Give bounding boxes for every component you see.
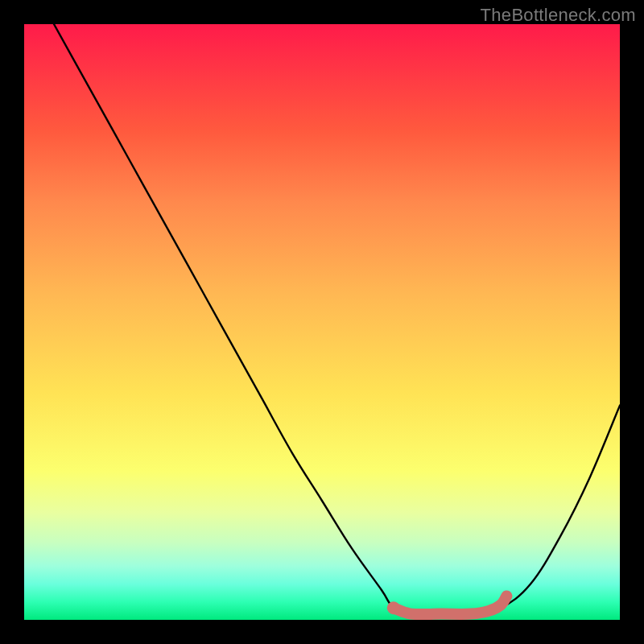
optimal-segment-path <box>394 596 507 614</box>
optimal-start-dot <box>387 601 400 614</box>
bottleneck-curve-path <box>54 24 620 614</box>
watermark-text: TheBottleneck.com <box>481 5 636 26</box>
chart-area <box>24 24 620 620</box>
chart-svg <box>24 24 620 620</box>
